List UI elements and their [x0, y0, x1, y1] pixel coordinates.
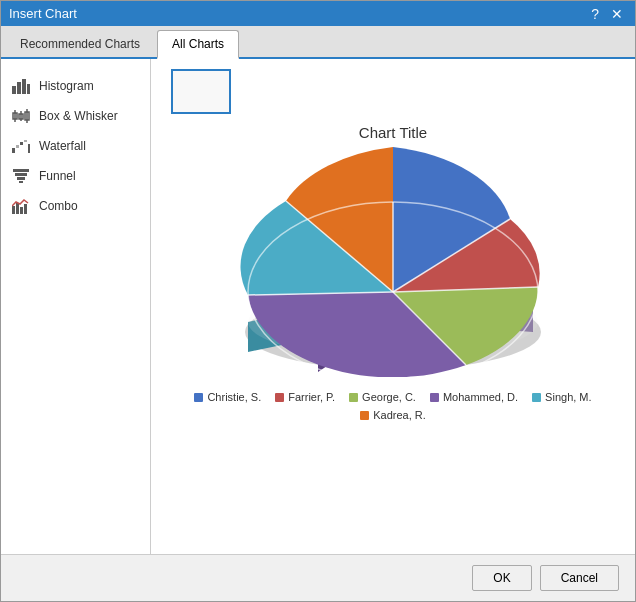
sidebar-label-histogram: Histogram: [39, 79, 94, 93]
sidebar-item-combo[interactable]: Combo: [1, 191, 150, 221]
legend-dot-5: [360, 411, 369, 420]
close-button[interactable]: ✕: [607, 7, 627, 21]
svg-rect-2: [22, 79, 26, 94]
legend-label-2: George, C.: [362, 391, 416, 403]
sidebar-label-waterfall: Waterfall: [39, 139, 86, 153]
legend-dot-0: [194, 393, 203, 402]
waterfall-icon: [11, 136, 31, 156]
svg-rect-18: [19, 181, 23, 183]
sidebar-item-box-whisker[interactable]: Box & Whisker: [1, 101, 150, 131]
footer: OK Cancel: [1, 554, 635, 601]
title-bar-controls: ? ✕: [587, 7, 627, 21]
svg-rect-10: [12, 148, 15, 153]
svg-rect-3: [27, 84, 30, 94]
svg-rect-16: [15, 173, 27, 176]
svg-rect-14: [28, 144, 30, 153]
tab-all-charts[interactable]: All Charts: [157, 30, 239, 59]
sidebar-item-histogram[interactable]: Histogram: [1, 71, 150, 101]
legend-label-3: Mohammed, D.: [443, 391, 518, 403]
title-bar: Insert Chart ? ✕: [1, 1, 635, 26]
sidebar-label-box-whisker: Box & Whisker: [39, 109, 118, 123]
chart-thumbnails: [171, 69, 615, 114]
help-button[interactable]: ?: [587, 7, 603, 21]
pie-chart-container: [171, 147, 615, 377]
svg-rect-15: [13, 169, 29, 172]
chart-area: Chart Title: [151, 59, 635, 554]
legend-item-5: Kadrea, R.: [360, 409, 426, 421]
sidebar-item-funnel[interactable]: Funnel: [1, 161, 150, 191]
pie-chart-svg: [223, 147, 563, 377]
tab-bar: Recommended Charts All Charts: [1, 26, 635, 59]
legend-label-1: Farrier, P.: [288, 391, 335, 403]
sidebar-label-combo: Combo: [39, 199, 78, 213]
svg-rect-0: [12, 86, 16, 94]
insert-chart-dialog: Insert Chart ? ✕ Recommended Charts All …: [0, 0, 636, 602]
dialog-title: Insert Chart: [9, 6, 77, 21]
svg-rect-21: [20, 207, 23, 214]
legend-dot-3: [430, 393, 439, 402]
legend-label-0: Christie, S.: [207, 391, 261, 403]
sidebar: Histogram Box & Whisker: [1, 59, 151, 554]
chart-thumb-pie[interactable]: [171, 69, 231, 114]
svg-rect-13: [24, 140, 27, 142]
sidebar-label-funnel: Funnel: [39, 169, 76, 183]
legend-dot-4: [532, 393, 541, 402]
tab-recommended[interactable]: Recommended Charts: [5, 30, 155, 57]
sidebar-scroll: Histogram Box & Whisker: [1, 67, 150, 221]
svg-rect-22: [24, 204, 27, 214]
svg-rect-17: [17, 177, 25, 180]
svg-rect-12: [20, 142, 23, 145]
svg-rect-20: [16, 203, 19, 214]
legend-dot-1: [275, 393, 284, 402]
combo-icon: [11, 196, 31, 216]
svg-rect-1: [17, 82, 21, 94]
chart-legend: Christie, S. Farrier, P. George, C. Moha…: [171, 387, 615, 425]
legend-item-0: Christie, S.: [194, 391, 261, 403]
sidebar-item-waterfall[interactable]: Waterfall: [1, 131, 150, 161]
legend-label-5: Kadrea, R.: [373, 409, 426, 421]
svg-rect-19: [12, 206, 15, 214]
histogram-icon: [11, 76, 31, 96]
legend-item-2: George, C.: [349, 391, 416, 403]
legend-item-3: Mohammed, D.: [430, 391, 518, 403]
box-whisker-icon: [11, 106, 31, 126]
svg-rect-11: [16, 145, 19, 148]
cancel-button[interactable]: Cancel: [540, 565, 619, 591]
legend-item-1: Farrier, P.: [275, 391, 335, 403]
ok-button[interactable]: OK: [472, 565, 531, 591]
content-area: Histogram Box & Whisker: [1, 59, 635, 554]
funnel-icon: [11, 166, 31, 186]
chart-title: Chart Title: [171, 124, 615, 141]
legend-dot-2: [349, 393, 358, 402]
legend-item-4: Singh, M.: [532, 391, 591, 403]
legend-label-4: Singh, M.: [545, 391, 591, 403]
